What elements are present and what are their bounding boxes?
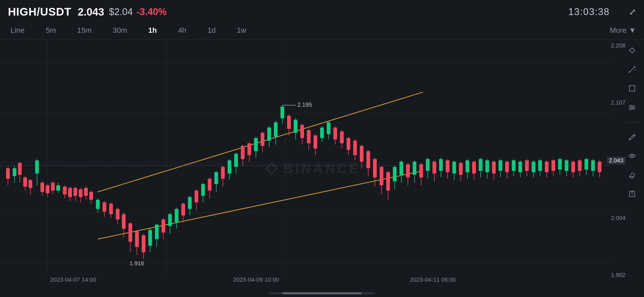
svg-rect-30 — [46, 185, 49, 193]
svg-rect-34 — [63, 187, 67, 195]
svg-rect-162 — [479, 159, 482, 171]
svg-rect-108 — [300, 125, 304, 138]
eye-icon[interactable] — [627, 150, 638, 161]
tf-4h[interactable]: 4h — [175, 24, 189, 37]
svg-rect-40 — [79, 189, 82, 197]
svg-point-220 — [630, 105, 632, 107]
svg-rect-146 — [426, 159, 430, 171]
svg-rect-182 — [545, 162, 549, 172]
svg-point-215 — [629, 91, 630, 92]
svg-rect-14 — [13, 168, 16, 176]
svg-rect-16 — [35, 160, 39, 173]
eraser-icon[interactable] — [627, 169, 638, 180]
svg-rect-124 — [353, 141, 357, 155]
timeframe-bar: Line 5m 15m 30m 1h 4h 1d 1w More ▼ — [0, 21, 644, 40]
toolbar-divider — [627, 122, 637, 122]
svg-rect-42 — [84, 188, 88, 196]
chevron-down-icon: ▼ — [629, 26, 636, 35]
svg-rect-136 — [393, 167, 397, 181]
svg-rect-140 — [406, 164, 410, 177]
svg-rect-166 — [492, 162, 496, 173]
svg-point-209 — [629, 72, 630, 73]
svg-rect-148 — [433, 162, 436, 173]
svg-rect-132 — [380, 167, 383, 185]
rectangle-select-icon[interactable] — [627, 83, 638, 94]
svg-rect-64 — [155, 225, 159, 239]
svg-rect-86 — [228, 160, 231, 173]
svg-rect-102 — [280, 107, 284, 119]
svg-rect-36 — [68, 188, 72, 197]
svg-rect-142 — [413, 162, 416, 175]
svg-rect-152 — [446, 160, 449, 172]
svg-rect-26 — [29, 180, 32, 188]
svg-rect-70 — [175, 209, 178, 222]
scrollbar[interactable] — [269, 292, 375, 294]
svg-rect-186 — [558, 159, 562, 169]
svg-line-208 — [629, 67, 635, 72]
svg-rect-156 — [459, 163, 463, 175]
svg-point-210 — [634, 66, 636, 68]
tf-5m[interactable]: 5m — [43, 24, 59, 37]
svg-rect-98 — [267, 128, 271, 141]
scrollbar-thumb[interactable] — [282, 292, 362, 294]
svg-rect-100 — [274, 122, 278, 137]
current-time: 13:03:38 — [568, 6, 610, 17]
trading-pair: HIGH/USDT — [8, 6, 71, 18]
svg-rect-54 — [122, 214, 126, 229]
svg-rect-52 — [116, 209, 119, 219]
export-icon[interactable] — [627, 188, 638, 199]
crosshair-icon[interactable] — [627, 45, 638, 56]
svg-rect-170 — [505, 162, 509, 172]
price-usd: $2.04 — [109, 6, 133, 17]
svg-rect-24 — [23, 177, 27, 187]
svg-rect-138 — [399, 162, 403, 175]
tf-1d[interactable]: 1d — [205, 24, 218, 37]
svg-rect-22 — [18, 163, 22, 175]
svg-rect-20 — [6, 168, 10, 179]
svg-rect-164 — [485, 160, 489, 172]
svg-rect-120 — [340, 131, 344, 143]
indicators-icon[interactable] — [627, 102, 638, 113]
svg-line-11 — [98, 171, 423, 239]
svg-rect-130 — [373, 159, 377, 177]
svg-text:1.916: 1.916 — [130, 260, 144, 267]
tf-more[interactable]: More ▼ — [610, 26, 636, 35]
svg-text:2.195: 2.195 — [297, 101, 312, 108]
pencil-icon[interactable] — [627, 131, 638, 142]
right-toolbar — [623, 40, 641, 297]
svg-rect-90 — [241, 146, 245, 159]
svg-rect-88 — [234, 154, 238, 167]
trend-line-icon[interactable] — [627, 64, 638, 75]
svg-rect-48 — [103, 202, 106, 212]
date-axis: 2023-04-07 14:00 2023-04-09 10:00 2023-0… — [0, 276, 610, 284]
svg-rect-28 — [40, 183, 44, 192]
svg-rect-154 — [452, 162, 456, 173]
date-label-1: 2023-04-07 14:00 — [50, 276, 96, 283]
current-price: 2.043 — [78, 6, 104, 18]
tf-30m[interactable]: 30m — [110, 24, 130, 37]
svg-rect-80 — [208, 179, 211, 191]
svg-rect-76 — [195, 191, 198, 202]
svg-rect-18 — [56, 185, 60, 191]
expand-icon[interactable]: ⤢ — [629, 7, 636, 17]
tf-1h[interactable]: 1h — [146, 24, 160, 37]
svg-point-203 — [630, 48, 634, 53]
svg-rect-78 — [201, 184, 205, 196]
svg-rect-96 — [261, 133, 264, 146]
svg-rect-106 — [294, 120, 297, 133]
price-change: -3.40% — [136, 6, 167, 17]
svg-rect-92 — [247, 143, 251, 155]
svg-rect-118 — [333, 128, 337, 139]
svg-rect-134 — [386, 172, 390, 191]
svg-rect-50 — [109, 204, 113, 214]
date-label-2: 2023-04-09 10:00 — [233, 276, 279, 283]
svg-rect-56 — [128, 223, 132, 242]
tf-1w[interactable]: 1w — [234, 24, 249, 37]
tf-15m[interactable]: 15m — [75, 24, 94, 37]
svg-rect-212 — [629, 86, 635, 91]
svg-rect-158 — [466, 160, 469, 172]
tf-line[interactable]: Line — [8, 24, 27, 37]
svg-rect-160 — [472, 162, 476, 173]
svg-rect-122 — [347, 138, 350, 150]
chart-container[interactable]: BINANCE — [0, 40, 644, 297]
